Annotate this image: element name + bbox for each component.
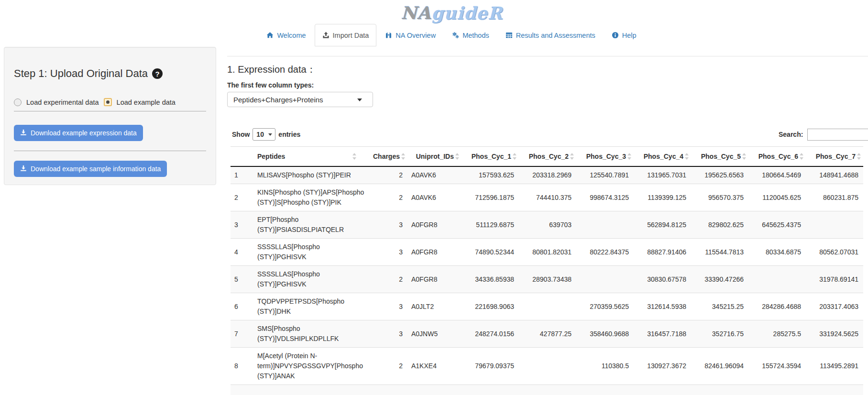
table-row: 8M[Acetyl (Protein N-term)]NPVYSPGSSGVPY…	[231, 348, 863, 385]
column-header-phos_cyc_3[interactable]: Phos_Cyc_3	[576, 147, 634, 167]
column-header-uniprot_ids[interactable]: Uniprot_IDs	[407, 147, 461, 167]
table-row: 4SSSSLLAS[Phospho (STY)]PGHISVK3A0FGR874…	[231, 239, 863, 266]
download-sample-info-button[interactable]: Download example sample information data	[14, 161, 167, 177]
panel-title: Step 1: Upload Original Data ?	[14, 67, 206, 80]
sort-icon	[455, 153, 459, 160]
column-header-phos_cyc_2[interactable]: Phos_Cyc_2	[519, 147, 576, 167]
show-label: Show	[232, 131, 250, 138]
data-source-radio-group: Load experimental dataLoad example data	[14, 98, 206, 106]
table-cell: TQDPVPPETPSDS[Phospho (STY)]DHK	[253, 293, 368, 320]
table-cell: 2	[368, 266, 407, 293]
table-cell: 80562.07031	[806, 239, 863, 266]
table-cell: 31978.69141	[806, 266, 863, 293]
column-types-select[interactable]: Peptides+Charges+Proteins	[227, 92, 373, 107]
main-nav: WelcomeImport DataNA OverviewMethodsResu…	[0, 24, 868, 46]
expression-table: PeptidesChargesUniprot_IDsPhos_Cyc_1Phos…	[231, 146, 863, 395]
binoculars-icon	[385, 32, 392, 39]
search-input[interactable]	[807, 129, 868, 141]
table-cell: MLISAVS[Phospho (STY)]PEIR	[253, 166, 368, 184]
table-cell: 285275.5	[748, 320, 806, 348]
row-number-cell: 7	[231, 320, 253, 348]
table-cell: 562894.8125	[634, 211, 691, 239]
table-cell: SSSSLLAS[Phospho (STY)]PGHISVK	[253, 266, 368, 293]
table-cell: 248274.0156	[461, 320, 519, 348]
column-header-label: Charges	[373, 153, 400, 160]
table-cell: 28903.73438	[519, 266, 576, 293]
column-header-label: Peptides	[257, 153, 285, 160]
sort-icon	[627, 153, 631, 160]
table-row: 6TQDPVPPETPSDS[Phospho (STY)]DHK3A0JLT22…	[231, 293, 863, 320]
tab-label: Import Data	[333, 32, 369, 39]
column-header-phos_cyc_7[interactable]: Phos_Cyc_7	[806, 147, 863, 167]
tab-welcome[interactable]: Welcome	[259, 24, 313, 46]
question-circle-icon[interactable]: ?	[152, 68, 163, 79]
tab-na-overview[interactable]: NA Overview	[377, 24, 443, 46]
table-cell	[519, 348, 576, 385]
row-number-cell: 5	[231, 266, 253, 293]
radio-unselected-icon[interactable]	[14, 99, 22, 106]
sort-icon	[685, 153, 689, 160]
logo-part-guider: guideR	[431, 3, 503, 23]
row-number-cell: 1	[231, 166, 253, 184]
sort-icon	[401, 153, 405, 160]
column-header-phos_cyc_4[interactable]: Phos_Cyc_4	[634, 147, 691, 167]
column-header-charges[interactable]: Charges	[368, 147, 407, 167]
table-controls: Show 10 entries Search:	[227, 128, 868, 141]
table-cell: 130927.3672	[634, 348, 691, 385]
tab-label: Welcome	[277, 32, 306, 39]
table-cell: 155724.3594	[748, 348, 806, 385]
page-length-control: Show 10 entries	[232, 128, 300, 141]
column-header-label: Phos_Cyc_6	[758, 153, 798, 160]
table-row: 3EPT[Phospho (STY)]PSIASDISLPIATQELR3A0F…	[231, 211, 863, 239]
column-header-peptides[interactable]: Peptides	[253, 147, 368, 167]
download-expression-button[interactable]: Download example expression data	[14, 125, 143, 141]
tab-import-data[interactable]: Import Data	[315, 24, 377, 46]
row-number-cell: 8	[231, 348, 253, 385]
chevron-down-icon	[357, 99, 362, 101]
tab-help[interactable]: Help	[604, 24, 644, 46]
table-cell: 33390.47266	[691, 266, 748, 293]
column-header-label: Phos_Cyc_4	[644, 153, 683, 160]
radio-load-experimental-data[interactable]: Load experimental data	[14, 99, 99, 106]
table-cell	[231, 385, 863, 395]
table-cell: 195625.6563	[691, 166, 748, 184]
table-cell: SSSSLLAS[Phospho (STY)]PGHISVK	[253, 239, 368, 266]
tab-methods[interactable]: Methods	[444, 24, 497, 46]
radio-selected-icon[interactable]	[104, 98, 112, 106]
chevron-down-icon	[268, 133, 272, 136]
sort-icon	[513, 153, 516, 160]
table-cell: 113495.2891	[806, 348, 863, 385]
column-header-phos_cyc_1[interactable]: Phos_Cyc_1	[461, 147, 519, 167]
table-row: 5SSSSLLAS[Phospho (STY)]PGHISVK2A0FGR834…	[231, 266, 863, 293]
column-header-phos_cyc_6[interactable]: Phos_Cyc_6	[748, 147, 806, 167]
table-cell: A0AVK6	[407, 184, 461, 211]
header: NAguideR	[0, 0, 868, 24]
table-row	[231, 385, 863, 395]
column-header-label: Uniprot_IDs	[416, 153, 454, 160]
table-cell: 115544.7813	[691, 239, 748, 266]
table-row: 2KINS[Phospho (STY)]APS[Phospho (STY)]S[…	[231, 184, 863, 211]
expression-table-wrap: PeptidesChargesUniprot_IDsPhos_Cyc_1Phos…	[227, 146, 868, 395]
table-cell: A0JLT2	[407, 293, 461, 320]
table-cell: 998674.3125	[576, 184, 634, 211]
table-cell: 80222.84375	[576, 239, 634, 266]
table-cell: 2	[368, 166, 407, 184]
search-control: Search:	[779, 128, 868, 141]
table-cell: 110380.5	[576, 348, 634, 385]
table-cell: A0FGR8	[407, 211, 461, 239]
divider	[14, 151, 206, 151]
table-cell: 221698.9063	[461, 293, 519, 320]
table-cell: 131965.7031	[634, 166, 691, 184]
table-cell: 80334.6875	[748, 239, 806, 266]
search-label: Search:	[779, 131, 803, 138]
entries-label: entries	[278, 131, 300, 138]
page-length-select[interactable]: 10	[253, 128, 275, 141]
column-header-rownum	[231, 147, 253, 167]
radio-load-example-data[interactable]: Load example data	[104, 98, 176, 106]
panel-title-text: Step 1: Upload Original Data	[14, 67, 148, 80]
column-header-phos_cyc_5[interactable]: Phos_Cyc_5	[691, 147, 748, 167]
download-icon	[20, 165, 27, 173]
tab-results-and-assessments[interactable]: Results and Assessments	[498, 24, 603, 46]
table-cell: 74890.52344	[461, 239, 519, 266]
table-cell: 744410.375	[519, 184, 576, 211]
